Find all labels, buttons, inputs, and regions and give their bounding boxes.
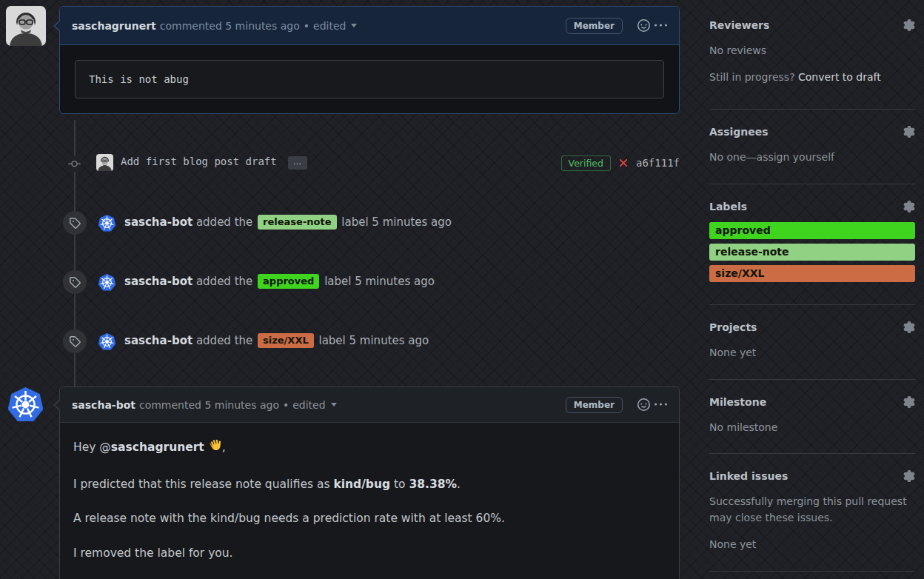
status-failed-x-icon[interactable] [617,156,630,170]
section-title: Linked issues [709,470,788,482]
meta-bullet: • [283,399,289,411]
section-title: Assignees [709,126,769,138]
smiley-icon [637,398,650,411]
emoji-reaction-button[interactable] [637,19,650,32]
commit-author-avatar[interactable] [96,154,113,171]
convert-to-draft-link[interactable]: Convert to draft [798,71,881,83]
event-text: sascha-bot added the release-note label … [124,215,452,230]
gear-icon[interactable] [903,470,915,482]
sidebar-section-assignees: Assignees No one—assign yourself [709,110,915,184]
commit-message-link[interactable]: Add first blog post draft [121,155,277,167]
comment-author-link[interactable]: saschagrunert [72,20,156,32]
event-action: added the [196,334,252,347]
event-author-link[interactable]: sascha-bot [124,215,192,229]
kubernetes-icon [8,387,43,422]
gear-icon[interactable] [903,321,915,333]
edited-dropdown[interactable]: edited [313,20,346,32]
waving-hand-icon [208,439,222,457]
event-action: added the [196,215,252,229]
bot-avatar[interactable] [98,333,116,350]
linked-issues-description: Successfully merging this pull request m… [709,494,915,526]
comment-timestamp[interactable]: commented 5 minutes ago [160,20,300,32]
comment-options-button[interactable] [654,398,667,411]
person-avatar-image [96,154,113,171]
text-run: I predicted that this release note quali… [73,478,333,491]
event-suffix: label 5 minutes ago [318,334,429,347]
event-author-link[interactable]: sascha-bot [124,275,192,288]
mention-link[interactable]: saschagrunert [111,441,204,454]
bot-avatar[interactable] [98,274,116,291]
commit-row: Add first blog post draft … Verified a6f… [59,152,680,174]
commit-status-group: Verified a6f111f [561,152,680,174]
event-suffix: label 5 minutes ago [341,215,452,229]
comment-caret [53,399,60,411]
comment-timestamp[interactable]: commented 5 minutes ago [139,399,279,411]
emoji-reaction-button[interactable] [637,398,650,411]
event-author-link[interactable]: sascha-bot [124,334,192,347]
assignees-empty-text: No one—assign yourself [709,150,915,166]
comment-paragraph: I removed the label for you. [73,546,667,560]
chevron-down-icon[interactable] [331,403,337,409]
event-suffix: label 5 minutes ago [324,275,435,288]
comment-paragraph: A release note with the kind/bug needs a… [73,512,667,526]
text-run: to [390,478,409,491]
git-commit-icon [68,156,81,172]
sidebar-section-milestone: Milestone No milestone [709,380,915,455]
kubernetes-icon [98,215,116,232]
gear-icon[interactable] [903,396,915,408]
sidebar-section-notifications: Notifications Customize [709,572,915,579]
smiley-icon [637,19,650,32]
label-chip[interactable]: approved [258,274,319,289]
avatar-sascha-bot[interactable] [8,387,43,422]
comment-paragraph: I predicted that this release note quali… [73,478,667,492]
commit-expand-button[interactable]: … [288,156,307,170]
gear-icon[interactable] [903,201,915,212]
kebab-icon [654,19,667,32]
section-title: Reviewers [709,19,769,31]
sidebar-label-approved[interactable]: approved [709,222,915,239]
sidebar-section-linked-issues: Linked issues Successfully merging this … [709,454,915,571]
comment-byline: sascha-bot commented 5 minutes ago • edi… [72,399,566,411]
commit-hash-link[interactable]: a6f111f [636,157,680,169]
avatar-saschagrunert[interactable] [6,6,46,46]
text-run: Still in progress? [709,71,795,83]
comment-byline: saschagrunert commented 5 minutes ago • … [72,20,566,32]
verified-badge[interactable]: Verified [561,155,611,171]
chevron-down-icon[interactable] [351,24,357,30]
section-title: Projects [709,321,757,333]
edited-dropdown[interactable]: edited [292,399,325,411]
gear-icon[interactable] [903,19,915,31]
label-event-row: sascha-bot added the release-note label … [59,210,680,235]
assign-yourself-link[interactable]: assign yourself [757,151,834,163]
linked-issues-empty-text: None yet [709,537,915,553]
sidebar-section-reviewers: Reviewers No reviews Still in progress? … [709,0,915,110]
label-chip[interactable]: size/XXL [258,333,314,348]
reviewers-empty-text: No reviews [709,43,915,59]
sidebar-section-labels: Labels approved release-note size/XXL [709,184,915,305]
bot-avatar[interactable] [98,215,116,232]
tag-icon [63,329,87,353]
convert-to-draft-row: Still in progress? Convert to draft [709,70,915,86]
label-event-row: sascha-bot added the approved label 5 mi… [59,270,680,295]
label-event-row: sascha-bot added the size/XXL label 5 mi… [59,329,680,354]
sidebar-label-release-note[interactable]: release-note [709,244,915,261]
gear-icon[interactable] [903,126,915,138]
comment-author-link[interactable]: sascha-bot [72,399,135,411]
text-run: Hey @ [73,441,111,454]
sidebar-section-projects: Projects None yet [709,305,915,380]
label-chip[interactable]: release-note [258,215,336,230]
event-action: added the [196,275,252,288]
section-title: Labels [709,201,747,212]
kebab-icon [654,398,667,411]
milestone-empty-text: No milestone [709,420,915,436]
kubernetes-icon [98,333,116,350]
tag-icon [63,270,87,294]
code-block: This is not abug [75,60,664,98]
comment-saschagrunert: saschagrunert commented 5 minutes ago • … [59,6,680,114]
comment-options-button[interactable] [654,19,667,32]
comment-sascha-bot: sascha-bot commented 5 minutes ago • edi… [59,386,680,579]
meta-bullet: • [304,20,309,32]
sidebar-label-size-xxl[interactable]: size/XXL [709,265,915,282]
bold-text: kind/bug [333,478,390,491]
comment-header: saschagrunert commented 5 minutes ago • … [60,7,679,45]
